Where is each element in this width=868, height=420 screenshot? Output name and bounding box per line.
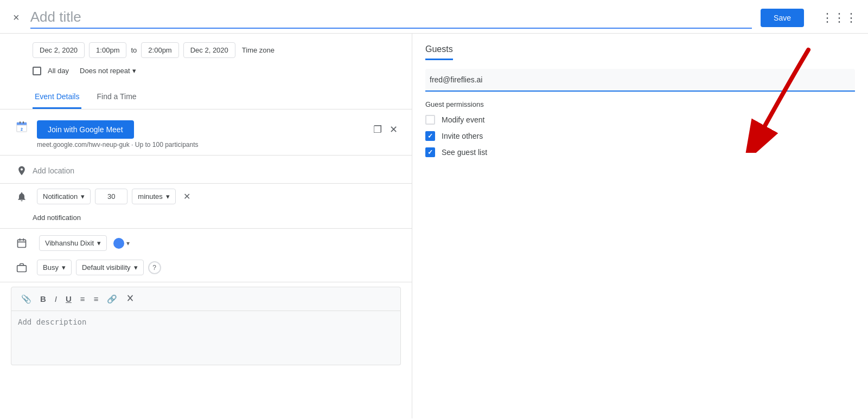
to-label: to <box>131 46 137 54</box>
location-row <box>0 158 412 184</box>
owner-name: Vibhanshu Dixit <box>45 239 94 247</box>
svg-rect-5 <box>20 121 21 124</box>
invite-others-checkbox[interactable] <box>425 131 435 141</box>
see-guest-list-permission-row: See guest list <box>425 147 855 157</box>
guests-title: Guests <box>425 44 453 60</box>
tab-find-a-time[interactable]: Find a Time <box>94 86 138 109</box>
unordered-list-button[interactable]: ≡ <box>91 292 102 306</box>
svg-rect-2 <box>17 122 27 125</box>
event-color-circle[interactable] <box>113 238 124 249</box>
visibility-chevron: ▾ <box>134 263 138 272</box>
repeat-chevron: ▾ <box>132 67 136 75</box>
title-input[interactable] <box>30 7 752 29</box>
main-layout: Dec 2, 2020 1:00pm to 2:00pm Dec 2, 2020… <box>0 34 868 418</box>
invite-others-label: Invite others <box>442 132 483 140</box>
see-guest-list-checkbox[interactable] <box>425 147 435 157</box>
right-panel: Guests Guest permissions Modify event In… <box>412 34 868 418</box>
meet-icon-area: 2 <box>11 120 33 133</box>
notification-type-dropdown[interactable]: Notification ▾ <box>37 189 91 204</box>
allday-label: All day <box>48 67 69 75</box>
owner-dropdown[interactable]: Vibhanshu Dixit ▾ <box>39 235 107 251</box>
end-date-button[interactable]: Dec 2, 2020 <box>183 42 235 58</box>
content-area: 2 Join with Google Meet ❐ <box>0 109 412 376</box>
ordered-list-button[interactable]: ≡ <box>77 292 88 306</box>
briefcase-icon <box>11 262 33 273</box>
color-chevron: ▾ <box>126 240 130 247</box>
allday-row: All day Does not repeat ▾ <box>0 62 412 81</box>
owner-chevron: ▾ <box>97 239 101 247</box>
start-date-button[interactable]: Dec 2, 2020 <box>33 42 85 58</box>
timezone-link[interactable]: Time zone <box>242 46 275 54</box>
meet-button-label: Join with Google Meet <box>48 125 123 134</box>
formatting-toolbar: 📎 B I U ≡ ≡ 🔗 <box>11 287 401 311</box>
tab-event-details[interactable]: Event Details <box>33 86 81 109</box>
underline-button[interactable]: U <box>62 292 75 306</box>
notification-chevron: ▾ <box>81 192 85 201</box>
svg-rect-7 <box>18 240 26 247</box>
link-button[interactable]: 🔗 <box>104 292 120 306</box>
close-meet-icon: ✕ <box>390 124 398 135</box>
svg-text:2: 2 <box>21 127 23 131</box>
left-panel: Dec 2, 2020 1:00pm to 2:00pm Dec 2, 2020… <box>0 34 412 418</box>
modify-event-permission-row: Modify event <box>425 115 855 125</box>
modify-event-checkbox[interactable] <box>425 115 435 125</box>
remove-notification-button[interactable]: ✕ <box>180 188 194 205</box>
location-input[interactable] <box>33 166 401 175</box>
notification-row: Notification ▾ minutes ▾ ✕ <box>0 184 412 209</box>
visibility-label: Default visibility <box>82 263 131 272</box>
see-guest-list-label: See guest list <box>442 148 487 157</box>
allday-checkbox[interactable] <box>33 67 41 75</box>
attach-button[interactable]: 📎 <box>18 292 35 306</box>
guest-email-input[interactable] <box>425 69 855 92</box>
owner-row: Vibhanshu Dixit ▾ ▾ <box>0 231 412 255</box>
notification-value-input[interactable] <box>95 189 127 204</box>
svg-rect-11 <box>17 265 27 272</box>
notification-unit-label: minutes <box>138 192 163 201</box>
location-icon <box>11 165 33 176</box>
modify-event-label: Modify event <box>442 115 484 124</box>
tabs-row: Event Details Find a Time <box>0 86 412 109</box>
notification-unit-chevron: ▾ <box>166 192 170 201</box>
invite-others-permission-row: Invite others <box>425 131 855 141</box>
busy-label: Busy <box>43 263 59 272</box>
help-button[interactable]: ? <box>148 261 161 274</box>
datetime-row: Dec 2, 2020 1:00pm to 2:00pm Dec 2, 2020… <box>0 34 412 62</box>
copy-meet-button[interactable]: ❐ <box>370 120 385 139</box>
google-calendar-icon: 2 <box>15 120 28 133</box>
close-button[interactable]: × <box>11 9 22 26</box>
save-button[interactable]: Save <box>761 9 804 27</box>
copy-icon: ❐ <box>373 124 382 135</box>
notification-unit-dropdown[interactable]: minutes ▾ <box>132 189 176 204</box>
description-input[interactable] <box>11 311 401 365</box>
busy-chevron: ▾ <box>62 263 66 272</box>
description-section: 📎 B I U ≡ ≡ 🔗 <box>0 287 412 371</box>
busy-dropdown[interactable]: Busy ▾ <box>37 260 72 275</box>
end-time-button[interactable]: 2:00pm <box>141 42 178 58</box>
repeat-button[interactable]: Does not repeat ▾ <box>75 64 141 77</box>
italic-button[interactable]: I <box>52 292 60 306</box>
svg-rect-6 <box>23 121 24 124</box>
notification-type-label: Notification <box>43 192 78 201</box>
calendar-icon <box>11 238 33 249</box>
close-meet-button[interactable]: ✕ <box>386 120 401 139</box>
remove-format-button[interactable] <box>123 292 138 306</box>
bell-icon <box>11 191 33 202</box>
add-notification-link[interactable]: Add notification <box>0 209 412 226</box>
start-time-button[interactable]: 1:00pm <box>89 42 126 58</box>
join-meet-button[interactable]: Join with Google Meet <box>37 120 134 139</box>
status-row: Busy ▾ Default visibility ▾ ? <box>0 255 412 280</box>
close-icon: × <box>13 11 20 24</box>
grid-icon[interactable]: ⋮⋮⋮ <box>821 11 857 25</box>
meet-section: 2 Join with Google Meet ❐ <box>0 114 412 153</box>
permissions-title: Guest permissions <box>425 100 855 108</box>
remove-notification-icon: ✕ <box>183 192 190 201</box>
meet-link: meet.google.com/hwv-neup-guk · Up to 100… <box>37 141 401 148</box>
repeat-label: Does not repeat <box>80 67 130 75</box>
visibility-dropdown[interactable]: Default visibility ▾ <box>76 260 144 275</box>
top-bar: × Save ⋮⋮⋮ <box>0 0 868 34</box>
bold-button[interactable]: B <box>37 292 49 306</box>
